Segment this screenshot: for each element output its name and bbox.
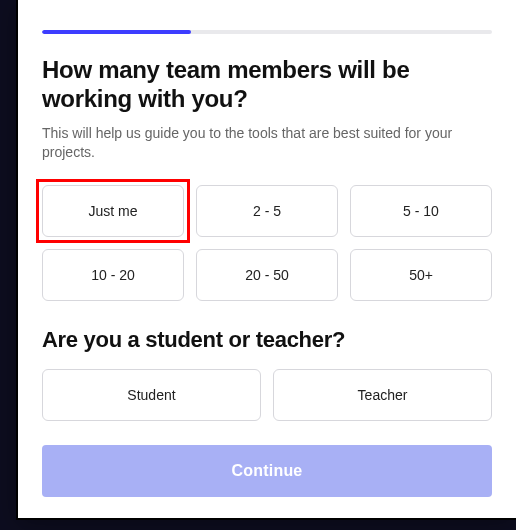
continue-button[interactable]: Continue (42, 445, 492, 497)
progress-fill (42, 30, 191, 34)
team-size-row-2: 10 - 20 20 - 50 50+ (42, 249, 492, 301)
onboarding-card: How many team members will be working wi… (18, 0, 516, 518)
option-student[interactable]: Student (42, 369, 261, 421)
progress-bar (42, 30, 492, 34)
option-2-5[interactable]: 2 - 5 (196, 185, 338, 237)
team-size-row-1: Just me 2 - 5 5 - 10 (42, 185, 492, 237)
question-2-title: Are you a student or teacher? (42, 327, 492, 353)
option-teacher[interactable]: Teacher (273, 369, 492, 421)
role-options: Student Teacher (42, 369, 492, 421)
option-10-20[interactable]: 10 - 20 (42, 249, 184, 301)
option-20-50[interactable]: 20 - 50 (196, 249, 338, 301)
question-1-title: How many team members will be working wi… (42, 56, 492, 114)
option-5-10[interactable]: 5 - 10 (350, 185, 492, 237)
option-50-plus[interactable]: 50+ (350, 249, 492, 301)
option-just-me[interactable]: Just me (42, 185, 184, 237)
question-1-hint: This will help us guide you to the tools… (42, 124, 492, 163)
